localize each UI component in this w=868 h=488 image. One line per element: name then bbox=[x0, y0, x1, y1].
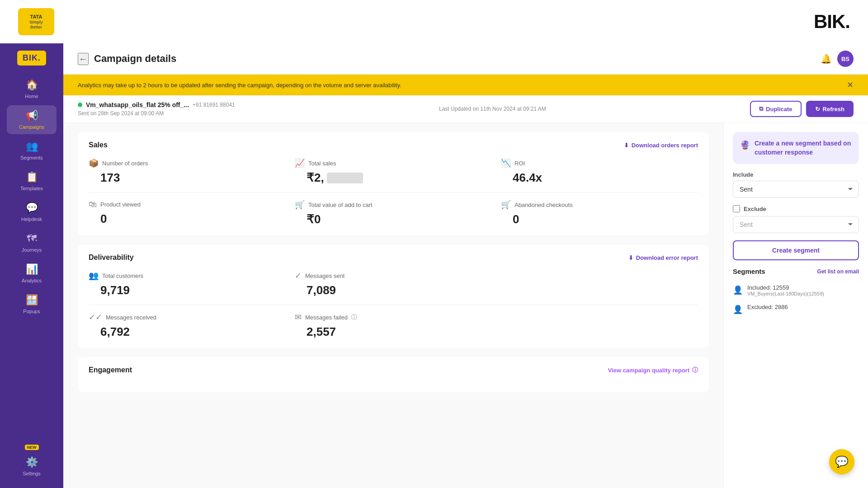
refresh-label: Refresh bbox=[823, 106, 844, 113]
engagement-section: Engagement View campaign quality report … bbox=[78, 357, 709, 392]
duplicate-icon: ⧉ bbox=[759, 105, 763, 113]
deliverability-stats-row2: ✓✓ Messages received 6,792 ✉ Messages fa… bbox=[89, 312, 698, 339]
segment-card: 🔮 Create a new segment based on customer… bbox=[733, 132, 859, 164]
sidebar-item-journeys[interactable]: 🗺 Journeys bbox=[7, 228, 57, 257]
include-select[interactable]: Sent Delivered Read Clicked bbox=[733, 181, 859, 198]
back-button[interactable]: ← bbox=[78, 53, 89, 65]
status-dot bbox=[78, 103, 82, 107]
stat-abandoned-checkouts: 🛒 Abandoned checkouts 0 bbox=[501, 200, 698, 226]
abandoned-value: 0 bbox=[501, 212, 698, 226]
sidebar-bottom: NEW ⚙️ Settings bbox=[7, 445, 57, 481]
deliverability-section: Deliverability ⬇ Download error report 👥… bbox=[78, 244, 709, 348]
sidebar-item-campaigns[interactable]: 📢 Campaigns bbox=[7, 105, 57, 134]
total-customers-value: 9,719 bbox=[89, 283, 286, 297]
product-viewed-icon: 🛍 bbox=[89, 200, 97, 209]
sidebar-item-popups[interactable]: 🪟 Popups bbox=[7, 290, 57, 319]
page-title: Campaign details bbox=[94, 53, 176, 65]
sales-section: Sales ⬇ Download orders report 📦 Number … bbox=[78, 132, 709, 235]
templates-icon: 📋 bbox=[26, 171, 38, 183]
messages-failed-icon: ✉ bbox=[295, 312, 302, 322]
exclude-select[interactable]: Sent Delivered Read Clicked bbox=[733, 216, 859, 233]
download-error-icon: ⬇ bbox=[628, 254, 633, 261]
engagement-title: Engagement bbox=[89, 366, 132, 374]
stat-total-sales: 📈 Total sales ₹2, bbox=[295, 158, 492, 185]
sidebar-item-segments[interactable]: 👥 Segments bbox=[7, 136, 57, 165]
total-sales-label: Total sales bbox=[308, 160, 336, 167]
orders-value: 173 bbox=[89, 171, 286, 185]
included-icon: 👤 bbox=[733, 285, 743, 295]
sidebar-item-label: Popups bbox=[23, 309, 40, 314]
total-customers-label: Total customers bbox=[102, 272, 143, 279]
sidebar: BIK. 🏠 Home 📢 Campaigns 👥 Segments 📋 Tem… bbox=[0, 43, 63, 488]
total-customers-icon: 👥 bbox=[89, 271, 99, 281]
sidebar-item-label: Home bbox=[25, 94, 38, 99]
duplicate-button[interactable]: ⧉ Duplicate bbox=[750, 101, 802, 117]
add-to-cart-icon: 🛒 bbox=[295, 200, 305, 210]
sidebar-item-analytics[interactable]: 📊 Analytics bbox=[7, 259, 57, 288]
orders-icon: 📦 bbox=[89, 158, 99, 168]
sales-stats-row1: 📦 Number of orders 173 📈 Total sales bbox=[89, 158, 698, 185]
alert-banner: Analytics may take up to 2 hours to be u… bbox=[63, 75, 868, 95]
download-error-label: Download error report bbox=[636, 254, 698, 261]
new-badge: NEW bbox=[25, 445, 39, 450]
stat-messages-sent: ✓ Messages sent 7,089 bbox=[295, 271, 492, 297]
download-orders-link[interactable]: ⬇ Download orders report bbox=[624, 142, 698, 149]
get-list-link[interactable]: Get list on email bbox=[817, 268, 859, 275]
engagement-header: Engagement View campaign quality report … bbox=[89, 366, 698, 374]
create-segment-button[interactable]: Create segment bbox=[733, 240, 859, 260]
included-label: Included: 12559 bbox=[747, 284, 824, 291]
campaign-meta-actions: ⧉ Duplicate ↻ Refresh bbox=[750, 101, 854, 117]
refresh-button[interactable]: ↻ Refresh bbox=[806, 101, 854, 117]
download-error-link[interactable]: ⬇ Download error report bbox=[628, 254, 698, 261]
abandoned-icon: 🛒 bbox=[501, 200, 511, 210]
sidebar-item-label: Analytics bbox=[22, 278, 42, 283]
sidebar-item-label: Campaigns bbox=[19, 124, 44, 130]
top-header: TATA Simply Better BIK. bbox=[0, 0, 868, 43]
header-actions: 🔔 BS bbox=[821, 51, 854, 67]
messages-sent-icon: ✓ bbox=[295, 271, 302, 281]
roi-value: 46.4x bbox=[501, 171, 698, 185]
sidebar-item-label: Templates bbox=[20, 186, 43, 191]
messages-failed-value: 2,557 bbox=[295, 325, 492, 339]
sidebar-item-helpdesk[interactable]: 💬 Helpdesk bbox=[7, 197, 57, 226]
campaign-sent-date: Sent on 28th Sep 2024 at 09:00 AM bbox=[78, 110, 235, 117]
stat-add-to-cart: 🛒 Total value of add to cart ₹0 bbox=[295, 200, 492, 226]
analytics-icon: 📊 bbox=[26, 263, 38, 275]
total-sales-icon: 📈 bbox=[295, 158, 305, 168]
exclude-checkbox[interactable] bbox=[733, 205, 740, 212]
avatar[interactable]: BS bbox=[837, 51, 854, 67]
stat-roi: 📉 ROI 46.4x bbox=[501, 158, 698, 185]
product-viewed-label: Product viewed bbox=[100, 201, 141, 208]
view-report-link[interactable]: View campaign quality report ⓘ bbox=[608, 366, 698, 374]
sidebar-logo: BIK. bbox=[17, 51, 46, 66]
right-panel: 🔮 Create a new segment based on customer… bbox=[723, 123, 868, 488]
exclude-section: Exclude Sent Delivered Read Clicked bbox=[733, 205, 859, 233]
page-header-left: ← Campaign details bbox=[78, 53, 176, 65]
sidebar-item-settings[interactable]: ⚙️ Settings bbox=[7, 452, 57, 481]
sidebar-item-label: Journeys bbox=[22, 247, 42, 253]
stat-empty-1 bbox=[501, 271, 698, 297]
sidebar-item-label: Segments bbox=[20, 155, 43, 160]
total-sales-value: ₹2, bbox=[295, 171, 492, 185]
stat-empty-2 bbox=[501, 312, 698, 339]
included-sub: VM_Buyers(Last-180Days)(12559) bbox=[747, 291, 824, 296]
sidebar-item-label: Helpdesk bbox=[21, 216, 42, 222]
orders-label: Number of orders bbox=[102, 160, 148, 167]
chat-fab[interactable]: 💬 bbox=[829, 449, 854, 474]
deliverability-stats-row1: 👥 Total customers 9,719 ✓ Messages sent … bbox=[89, 271, 698, 297]
home-icon: 🏠 bbox=[26, 79, 38, 91]
alert-close-button[interactable]: ✕ bbox=[847, 80, 854, 90]
exclude-label: Exclude bbox=[744, 206, 766, 212]
add-to-cart-label: Total value of add to cart bbox=[308, 202, 373, 208]
sidebar-item-home[interactable]: 🏠 Home bbox=[7, 75, 57, 103]
segments-header: Segments Get list on email bbox=[733, 267, 859, 275]
campaign-meta-left: Vm_whatsapp_oils_flat 25% off_... +91 81… bbox=[78, 101, 235, 117]
main-layout: BIK. 🏠 Home 📢 Campaigns 👥 Segments 📋 Tem… bbox=[0, 43, 868, 488]
notification-bell[interactable]: 🔔 bbox=[821, 53, 832, 64]
campaign-phone: +91 81691 88041 bbox=[193, 102, 235, 108]
roi-icon: 📉 bbox=[501, 158, 511, 168]
stat-product-viewed: 🛍 Product viewed 0 bbox=[89, 200, 286, 226]
sidebar-item-templates[interactable]: 📋 Templates bbox=[7, 167, 57, 196]
stat-num-orders: 📦 Number of orders 173 bbox=[89, 158, 286, 185]
deliverability-title: Deliverability bbox=[89, 253, 134, 262]
